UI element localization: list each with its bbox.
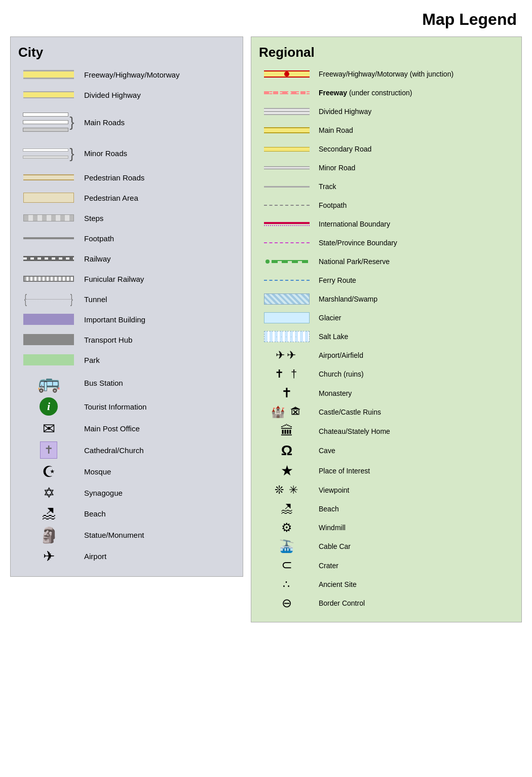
symbol-reg-castle: 🏰 🏚 [259,405,315,419]
symbol-reg-monastery: ✝ [259,385,315,401]
label-mosque: Mosque [79,467,235,476]
list-item: · · · · · Salt Lake [259,329,514,344]
list-item: Pedestrian Area [18,190,235,206]
list-item: { } Tunnel [18,291,235,307]
list-item: i Tourist Information [18,397,235,416]
list-item: Footpath [18,230,235,246]
symbol-reg-crater: ⊃ [259,558,315,573]
symbol-railway [18,256,79,261]
label-reg-divided: Divided Highway [315,107,514,116]
beach-icon: 🏖 [42,505,56,522]
label-reg-crater: Crater [315,562,514,570]
label-reg-national-park: National Park/Reserve [315,257,514,266]
list-item: International Boundary [259,216,514,232]
symbol-statue: 🗿 [18,526,79,544]
list-item: Freeway/Highway/Motorway (with junction) [259,66,514,82]
list-item: 🚌 Bus Station [18,372,235,393]
symbol-tunnel: { } [18,291,79,307]
label-reg-freeway-construction: Freeway (under construction) [315,89,514,97]
list-item: Funicular Railway [18,271,235,287]
cable-car-icon: 🚠 [279,539,294,553]
label-funicular: Funicular Railway [79,275,235,283]
symbol-reg-beach: 🏖 [259,502,315,516]
symbol-reg-place-interest: ★ [259,462,315,479]
beach-reg-icon: 🏖 [281,502,293,516]
symbol-reg-chateau: 🏛 [259,423,315,439]
symbol-reg-freeway-construction [259,91,315,94]
star-of-david-icon: ✡ [43,485,55,501]
border-control-icon: ⊖ [282,596,292,610]
regional-panel: Regional Freeway/Highway/Motorway (with … [251,36,522,622]
label-bus-station: Bus Station [79,379,235,387]
crater-icon: ⊃ [281,558,292,573]
symbol-divided-highway [18,91,79,98]
symbol-freeway [18,70,79,79]
symbol-reg-windmill: ⚙ [259,521,315,535]
airplane-icon: ✈ [43,548,55,565]
symbol-funicular [18,276,79,282]
cross-icon: ✝ [40,441,57,459]
label-important-building: Important Building [79,315,235,324]
symbol-footpath [18,237,79,239]
label-airport-city: Airport [79,552,235,561]
symbol-minor-roads: } [18,146,79,161]
symbol-important-building [18,314,79,325]
label-main-roads: Main Roads [79,118,235,127]
label-reg-church: Church (ruins) [315,370,514,378]
symbol-reg-ferry [259,280,315,281]
label-reg-track: Track [315,182,514,191]
symbol-pedestrian-area [18,193,79,203]
symbol-cathedral: ✝ [18,441,79,459]
label-reg-chateau: Chateau/Stately Home [315,427,514,435]
label-reg-viewpoint: Viewpoint [315,486,514,494]
list-item: Important Building [18,311,235,327]
label-reg-ancient: Ancient Site [315,580,514,588]
list-item: ★ Place of Interest [259,462,514,479]
list-item: ⚙ Windmill [259,520,514,535]
label-divided-highway: Divided Highway [79,91,235,99]
list-item: Divided Highway [259,104,514,119]
label-reg-main: Main Road [315,126,514,134]
symbol-main-roads: } [18,113,79,132]
symbol-reg-church: ✝ † [259,367,315,381]
symbol-mosque: ☪ [18,463,79,480]
page-title: Map Legend [10,10,522,29]
label-tourist-info: Tourist Information [79,402,235,411]
list-item: ✡ Synagogue [18,485,235,501]
symbol-tourist-info: i [18,397,79,416]
label-reg-glacier: Glacier [315,314,514,322]
label-reg-windmill: Windmill [315,524,514,532]
label-freeway: Freeway/Highway/Motorway [79,70,235,79]
label-statue: Statue/Monument [79,531,235,539]
symbol-steps [18,214,79,221]
list-item: Railway [18,250,235,267]
cave-icon: Ω [281,442,292,459]
symbol-reg-marshland [259,293,315,305]
city-panel-title: City [18,45,235,60]
label-reg-airport: Airport/Airfield [315,351,514,359]
label-reg-ferry: Ferry Route [315,276,514,284]
list-item: ⊖ Border Control [259,596,514,611]
info-icon: i [40,397,58,416]
symbol-reg-divided [259,108,315,115]
label-reg-cable-car: Cable Car [315,542,514,550]
list-item: 🏛 Chateau/Stately Home [259,423,514,439]
symbol-reg-viewpoint: ❊ ✳ [259,484,315,497]
list-item: ✝ Monastery [259,385,514,401]
ancient-site-icon: ∴ [283,578,291,591]
chateau-icon: 🏛 [280,423,293,439]
list-item: 🗿 Statue/Monument [18,526,235,544]
label-reg-castle: Castle/Castle Ruins [315,408,514,416]
label-pedestrian-roads: Pedestrian Roads [79,173,235,182]
symbol-reg-national-park [259,260,315,264]
label-reg-place-interest: Place of Interest [315,467,514,475]
symbol-airport-city: ✈ [18,548,79,565]
label-reg-border: Border Control [315,599,514,607]
symbol-reg-salt-lake: · · · · · [259,331,315,342]
list-item: ✝ † Church (ruins) [259,366,514,382]
regional-panel-title: Regional [259,45,514,60]
list-item: ✈✈ Airport/Airfield [259,348,514,363]
label-footpath: Footpath [79,234,235,243]
list-item: Pedestrian Roads [18,169,235,186]
list-item: ⊃ Crater [259,558,514,573]
